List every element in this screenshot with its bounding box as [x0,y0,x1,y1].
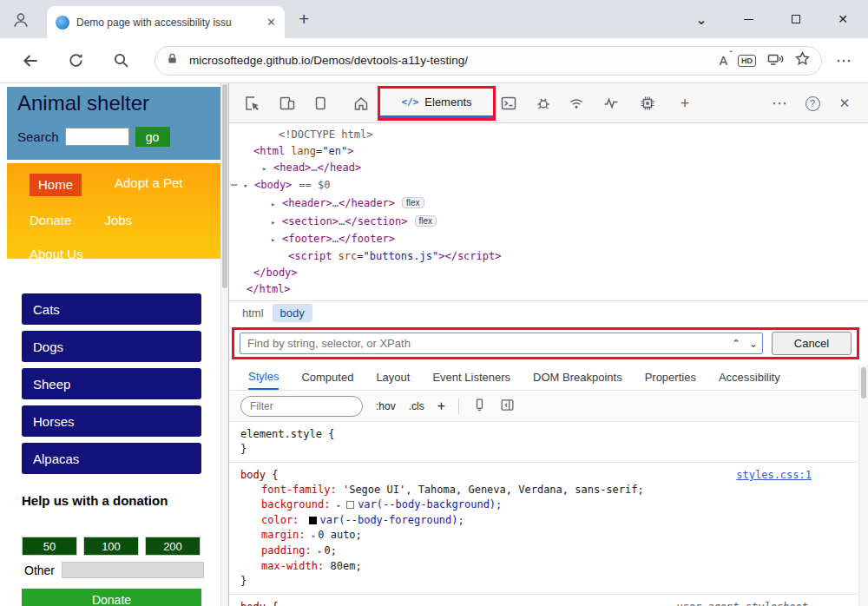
nav-link-donate[interactable]: Donate [30,211,71,230]
nav-link-home[interactable]: Home [30,174,82,196]
devtools-more-icon[interactable]: ⋯ [771,95,788,112]
browser-tab[interactable]: Demo page with accessibility issu ✕ [47,6,285,38]
favorites-star-icon[interactable] [794,50,811,70]
amount-button-100[interactable]: 100 [83,537,139,556]
tab-dom-breakpoints[interactable]: DOM Breakpoints [533,365,622,390]
search-go-button[interactable]: go [135,127,170,147]
color-swatch-black[interactable] [309,517,317,524]
expand-shorthand-icon[interactable]: ▸ [318,547,322,556]
expand-arrow-icon[interactable]: ▸ [271,232,282,248]
dom-line-html[interactable]: <htmllang="en"> [229,143,868,160]
read-aloud-icon[interactable]: A [720,54,727,68]
ua-body-rule-header[interactable]: body { user agent stylesheet [229,600,858,606]
expand-arrow-icon[interactable]: ▸ [262,161,273,177]
dom-line-footer[interactable]: ▸<footer>…</footer> [229,231,868,248]
new-style-rule-icon[interactable]: + [437,399,445,414]
donate-button[interactable]: Donate [22,589,201,606]
new-tab-button[interactable]: + [299,9,309,30]
memory-chip-icon[interactable] [639,95,656,112]
amount-button-200[interactable]: 200 [145,537,201,556]
issues-bug-icon[interactable] [535,95,552,112]
dom-line-html-close[interactable]: </html> [229,281,868,298]
welcome-home-icon[interactable] [352,95,370,112]
tab-elements[interactable]: </> Elements [380,89,493,118]
tab-layout[interactable]: Layout [376,365,410,390]
element-style-rule[interactable]: element.style { [229,427,858,442]
expand-arrow-icon[interactable]: ▸ [271,214,282,231]
dom-line-body-close[interactable]: </body> [229,265,868,281]
dom-line-section[interactable]: ▸<section>…</section>flex [229,213,868,231]
breadcrumb-html[interactable]: html [242,306,264,319]
css-property-font-family[interactable]: font-family: 'Segoe UI', Tahoma, Geneva,… [229,483,858,497]
css-property-padding[interactable]: padding: ▸0; [229,543,858,559]
performance-icon[interactable] [602,95,620,112]
tab-computed[interactable]: Computed [301,365,353,390]
tab-search-chevron-icon[interactable]: ⌄ [691,10,712,28]
tab-event-listeners[interactable]: Event Listeners [432,365,510,390]
expand-shorthand-icon[interactable]: ▸ [312,531,316,540]
dom-line-header[interactable]: ▸<header>…</header>flex [229,194,868,213]
address-bar[interactable]: microsoftedge.github.io/Demos/devtools-a… [155,46,822,76]
lock-icon[interactable] [166,52,179,69]
maximize-button[interactable] [786,10,806,28]
page-scrollbar-thumb[interactable] [222,84,227,288]
add-panel-icon[interactable]: + [676,95,694,112]
stylesheet-link[interactable]: styles.css:1 [736,468,812,483]
settings-menu-icon[interactable]: ⋯ [836,51,852,70]
styles-scrollbar-thumb[interactable] [861,367,866,399]
computed-sidebar-toggle-icon[interactable] [500,398,515,416]
category-button-alpacas[interactable]: Alpacas [22,443,201,474]
expand-shorthand-icon[interactable]: ▸ [337,501,341,510]
nav-link-about[interactable]: About Us [30,245,83,264]
breadcrumb-body[interactable]: body [273,304,312,322]
css-property-max-width[interactable]: max-width: 80em; [229,559,858,574]
toggle-hover-state[interactable]: :hov [376,400,396,412]
body-rule-header[interactable]: body { styles.css:1 [229,468,858,483]
close-window-button[interactable]: ✕ [832,10,853,28]
category-button-dogs[interactable]: Dogs [22,331,201,362]
dom-line-doctype[interactable]: <!DOCTYPE html> [229,127,868,143]
back-icon[interactable] [19,49,42,72]
devtools-help-icon[interactable]: ? [804,95,821,112]
dom-line-head[interactable]: ▸<head>…</head> [229,160,868,177]
find-previous-icon[interactable]: ⌃ [727,338,745,350]
find-input[interactable] [240,337,727,350]
nav-link-jobs[interactable]: Jobs [104,211,132,230]
css-property-margin[interactable]: margin: ▸0 auto; [229,528,858,543]
nav-link-adopt[interactable]: Adopt a Pet [115,174,182,196]
tab-close-icon[interactable]: ✕ [266,16,276,29]
flex-badge[interactable]: flex [415,215,437,227]
search-icon[interactable] [109,49,132,72]
dom-line-script[interactable]: <scriptsrc="buttons.js"></script> [229,248,868,265]
tab-styles[interactable]: Styles [248,365,279,390]
device-emulation-icon[interactable] [279,95,296,112]
category-button-cats[interactable]: Cats [22,293,201,325]
page-scrollbar[interactable] [220,83,228,606]
category-button-horses[interactable]: Horses [22,405,201,437]
other-amount-input[interactable] [62,562,204,578]
styles-scrollbar[interactable] [858,365,868,606]
toggle-class[interactable]: .cls [409,400,424,412]
profile-icon[interactable] [10,9,32,31]
find-cancel-button[interactable]: Cancel [772,332,852,355]
category-button-sheep[interactable]: Sheep [22,368,201,399]
hd-badge[interactable]: HD [738,55,756,67]
styles-filter-input[interactable] [240,396,363,417]
dom-line-body[interactable]: ⋯▾<body>== $0 [229,177,868,194]
send-to-devices-icon[interactable] [766,50,784,71]
devtools-close-icon[interactable]: ✕ [836,95,853,112]
search-input[interactable] [65,128,129,146]
minimize-button[interactable] [738,10,759,28]
find-next-icon[interactable]: ⌄ [745,338,762,350]
refresh-icon[interactable] [64,49,87,72]
flex-badge[interactable]: flex [402,197,424,208]
color-swatch-white[interactable] [346,501,354,509]
tab-properties[interactable]: Properties [645,365,696,390]
network-wifi-icon[interactable] [568,95,585,112]
css-property-color[interactable]: color: var(--body-foreground); [229,513,858,528]
console-icon[interactable] [500,95,517,112]
amount-button-50[interactable]: 50 [22,537,77,556]
tab-accessibility[interactable]: Accessibility [719,365,780,390]
focus-mode-icon[interactable] [312,95,329,112]
rendering-emulation-icon[interactable] [472,398,487,416]
